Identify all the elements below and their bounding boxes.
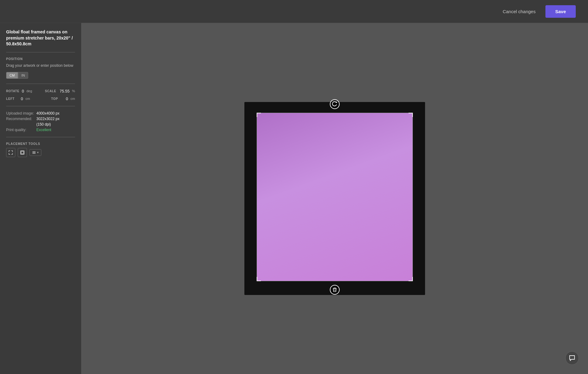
scale-unit: % xyxy=(72,89,75,93)
align-tool-button[interactable]: ▾ xyxy=(29,149,41,156)
tools-section-label: PLACEMENT TOOLS xyxy=(6,142,75,145)
handle-bottom-left[interactable] xyxy=(257,277,261,281)
divider-2 xyxy=(6,84,75,84)
rotate-row: ROTATE 0 deg SCALE 75.55 % xyxy=(6,89,75,93)
scale-value: 75.55 xyxy=(60,89,70,93)
unit-cm-button[interactable]: CM xyxy=(6,72,18,79)
cancel-button[interactable]: Cancel changes xyxy=(498,6,541,17)
unit-in-button[interactable]: IN xyxy=(18,72,28,79)
image-background xyxy=(257,113,413,281)
rotate-label: ROTATE xyxy=(6,89,19,93)
quality-label: Print quality: xyxy=(6,128,34,132)
handle-top-left[interactable] xyxy=(257,113,261,117)
recommended-label: Recommended: xyxy=(6,117,34,121)
image-info: Uploaded image: 4000x4000 px Recommended… xyxy=(6,111,75,132)
canvas-area xyxy=(81,23,588,374)
rotate-handle[interactable] xyxy=(330,99,340,109)
canvas-wrapper xyxy=(244,102,425,295)
save-button[interactable]: Save xyxy=(545,5,576,18)
left-label: LEFT xyxy=(6,97,18,100)
top-unit: cm xyxy=(70,97,75,100)
top-bar: Cancel changes Save xyxy=(0,0,588,23)
divider-3 xyxy=(6,106,75,106)
uploaded-value: 4000x4000 px xyxy=(36,111,75,115)
rotate-unit: deg xyxy=(26,89,32,93)
align-dropdown-arrow: ▾ xyxy=(37,151,39,154)
left-unit: cm xyxy=(25,97,30,100)
top-label: TOP xyxy=(51,97,63,100)
top-value: 0 xyxy=(66,96,68,101)
handle-top-right[interactable] xyxy=(409,113,413,117)
main-layout: Global float framed canvas on premium st… xyxy=(0,23,588,374)
recommended-dpi: (150 dpi) xyxy=(36,122,75,127)
artwork-image xyxy=(257,113,413,281)
position-description: Drag your artwork or enter position belo… xyxy=(6,63,75,68)
uploaded-label: Uploaded image: xyxy=(6,111,34,115)
delete-handle[interactable] xyxy=(330,285,340,295)
handle-bottom-right[interactable] xyxy=(409,277,413,281)
chat-bubble[interactable] xyxy=(565,351,579,365)
expand-tool-button[interactable] xyxy=(6,148,15,157)
scale-label: SCALE xyxy=(45,89,57,93)
left-value: 0 xyxy=(21,96,23,101)
position-section-label: POSITION xyxy=(6,57,75,61)
left-panel: Global float framed canvas on premium st… xyxy=(0,23,81,374)
panel-title: Global float framed canvas on premium st… xyxy=(6,29,75,47)
svg-rect-1 xyxy=(21,151,24,154)
divider-1 xyxy=(6,52,75,52)
tools-row: ▾ xyxy=(6,148,75,157)
quality-value: Excellent xyxy=(36,128,75,132)
fit-tool-button[interactable] xyxy=(18,148,27,157)
recommended-value: 3022x3022 px xyxy=(36,117,75,121)
unit-toggle: CM IN xyxy=(6,72,75,79)
divider-4 xyxy=(6,137,75,137)
image-container[interactable] xyxy=(257,113,413,281)
position-row: LEFT 0 cm TOP 0 cm xyxy=(6,96,75,101)
rotate-value: 0 xyxy=(22,89,24,93)
